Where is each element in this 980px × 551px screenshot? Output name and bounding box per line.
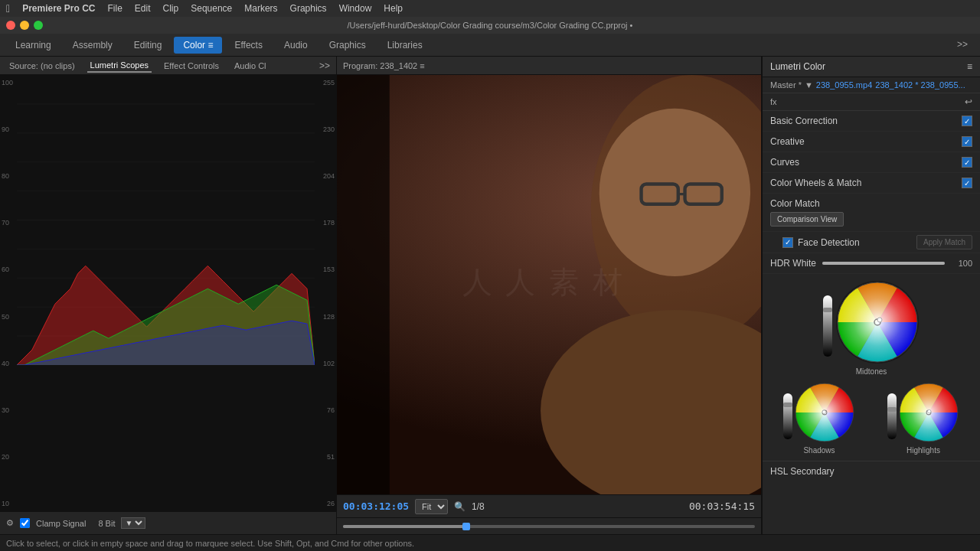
face-detection-checkbox[interactable]: ✓: [782, 237, 793, 248]
bit-depth-select[interactable]: ▼: [121, 517, 145, 529]
svg-point-20: [838, 282, 917, 362]
panel-tabs: Source: (no clips) Lumetri Scopes Effect…: [0, 57, 336, 75]
svg-point-31: [928, 409, 931, 412]
tab-libraries[interactable]: Libraries: [378, 37, 432, 54]
hdr-white-slider[interactable]: [822, 262, 945, 265]
program-title: Program: 238_1402 ≡: [343, 61, 425, 70]
lumetri-title: Lumetri Color: [770, 61, 825, 72]
curves-row[interactable]: Curves ✓: [763, 152, 980, 173]
mini-timeline-fill: [343, 525, 466, 528]
creative-row[interactable]: Creative ✓: [763, 132, 980, 152]
nav-tabs: Learning Assembly Editing Color ≡ Effect…: [0, 34, 980, 57]
lumetri-menu-icon[interactable]: ≡: [967, 61, 972, 72]
menu-file[interactable]: File: [108, 3, 122, 14]
menu-window[interactable]: Window: [339, 3, 372, 14]
scope-tool-icon[interactable]: ⚙: [6, 518, 14, 528]
app-name[interactable]: Premiere Pro CC: [22, 3, 95, 14]
midtones-wheel-row: [823, 280, 920, 364]
master-dropdown-icon[interactable]: ▼: [805, 80, 813, 90]
scale-icon[interactable]: 🔍: [454, 501, 466, 512]
apply-match-button[interactable]: Apply Match: [916, 235, 972, 249]
tab-learning[interactable]: Learning: [6, 37, 60, 54]
comparison-view-button[interactable]: Comparison View: [770, 212, 844, 227]
highlights-v-slider[interactable]: [887, 393, 897, 439]
shadows-wheel-container: Shadows: [783, 382, 855, 455]
scope-area: 100 90 80 70 60 50 40 30 20 10: [0, 75, 336, 534]
program-menu-icon[interactable]: ≡: [420, 61, 424, 70]
shadows-highlights-row: Shadows: [769, 382, 974, 455]
tab-audio[interactable]: Audio: [275, 37, 317, 54]
basic-correction-checkbox[interactable]: ✓: [962, 116, 972, 126]
mini-timeline-thumb[interactable]: [462, 523, 470, 530]
timecode-end: 00:03:54:15: [689, 500, 755, 512]
close-button[interactable]: [6, 21, 15, 30]
fx-reset-icon[interactable]: ↩: [965, 96, 972, 107]
tab-color[interactable]: Color ≡: [174, 37, 222, 54]
color-wheels-section: Midtones: [763, 274, 980, 461]
creative-checkbox[interactable]: ✓: [962, 136, 972, 147]
menu-graphics[interactable]: Graphics: [290, 3, 327, 14]
window-controls[interactable]: [6, 21, 43, 30]
menu-markers[interactable]: Markers: [244, 3, 277, 14]
menu-sequence[interactable]: Sequence: [191, 3, 232, 14]
clamp-signal-label: Clamp Signal: [36, 519, 86, 528]
video-frame: 人人素材: [337, 75, 761, 494]
shadows-v-slider[interactable]: [783, 393, 792, 439]
tab-graphics[interactable]: Graphics: [320, 37, 375, 54]
highlights-wheel-container: Highlights: [887, 382, 959, 455]
video-preview: 人人素材: [337, 75, 761, 494]
menu-help[interactable]: Help: [384, 3, 403, 14]
curves-checkbox[interactable]: ✓: [962, 157, 972, 168]
menu-clip[interactable]: Clip: [163, 3, 179, 14]
color-wheels-checkbox[interactable]: ✓: [962, 178, 972, 188]
tab-assembly[interactable]: Assembly: [64, 37, 122, 54]
source-tab[interactable]: Source: (no clips): [6, 60, 78, 72]
effect-controls-tab[interactable]: Effect Controls: [161, 60, 222, 72]
clamp-signal-checkbox[interactable]: [20, 518, 30, 528]
video-scene: 人人素材: [337, 75, 761, 494]
fraction-display: 1/8: [472, 501, 485, 512]
minimize-button[interactable]: [20, 21, 29, 30]
video-controls: 00:03:12:05 Fit 🔍 1/8 00:03:54:15: [337, 494, 761, 517]
highlights-v-thumb[interactable]: [887, 407, 897, 412]
color-wheels-label: Color Wheels & Match: [770, 178, 962, 188]
nav-more-button[interactable]: >>: [951, 34, 974, 57]
tab-editing[interactable]: Editing: [125, 37, 172, 54]
timecode-current: 00:03:12:05: [343, 500, 409, 512]
color-match-label: Color Match: [770, 198, 972, 209]
basic-correction-label: Basic Correction: [770, 116, 962, 126]
midtones-label: Midtones: [856, 367, 887, 376]
shadows-color-wheel[interactable]: [794, 382, 855, 443]
clip-tab-1[interactable]: 238_0955.mp4: [816, 80, 872, 90]
clip-tab-2[interactable]: 238_1402 * 238_0955...: [875, 80, 965, 90]
mini-timeline-progress[interactable]: [343, 525, 755, 528]
menu-bar:  Premiere Pro CC File Edit Clip Sequenc…: [0, 0, 980, 17]
panel-more-button[interactable]: >>: [319, 60, 330, 71]
master-select-row: Master * ▼ 238_0955.mp4 238_1402 * 238_0…: [763, 77, 980, 93]
face-detection-row: ✓ Face Detection Apply Match: [763, 232, 980, 253]
window-title: /Users/jeff-hurd/Desktop/Color Grading c…: [348, 21, 633, 30]
shadows-v-thumb[interactable]: [783, 403, 792, 407]
highlights-color-wheel[interactable]: [898, 382, 959, 443]
title-bar: /Users/jeff-hurd/Desktop/Color Grading c…: [0, 17, 980, 34]
creative-label: Creative: [770, 136, 962, 147]
lumetri-scopes-tab[interactable]: Lumetri Scopes: [87, 59, 152, 73]
hsl-secondary-row[interactable]: HSL Secondary: [763, 461, 980, 481]
color-wheels-row[interactable]: Color Wheels & Match ✓: [763, 173, 980, 194]
basic-correction-row[interactable]: Basic Correction ✓: [763, 111, 980, 132]
maximize-button[interactable]: [34, 21, 43, 30]
midtones-v-slider[interactable]: [823, 295, 832, 357]
highlights-label: Highlights: [906, 446, 940, 455]
lumetri-header: Lumetri Color ≡: [763, 57, 980, 77]
status-bar: Click to select, or click in empty space…: [0, 534, 980, 551]
svg-rect-17: [337, 75, 390, 494]
mini-timeline-bar[interactable]: [337, 517, 761, 534]
highlights-wheel-inner: [887, 382, 959, 443]
fit-select[interactable]: Fit: [415, 499, 448, 514]
menu-edit[interactable]: Edit: [135, 3, 151, 14]
tab-effects[interactable]: Effects: [225, 37, 271, 54]
audio-cl-tab[interactable]: Audio Cl: [231, 60, 270, 72]
midtones-color-wheel[interactable]: [835, 280, 920, 364]
midtones-v-thumb[interactable]: [823, 308, 832, 312]
hdr-white-label: HDR White: [770, 258, 816, 269]
